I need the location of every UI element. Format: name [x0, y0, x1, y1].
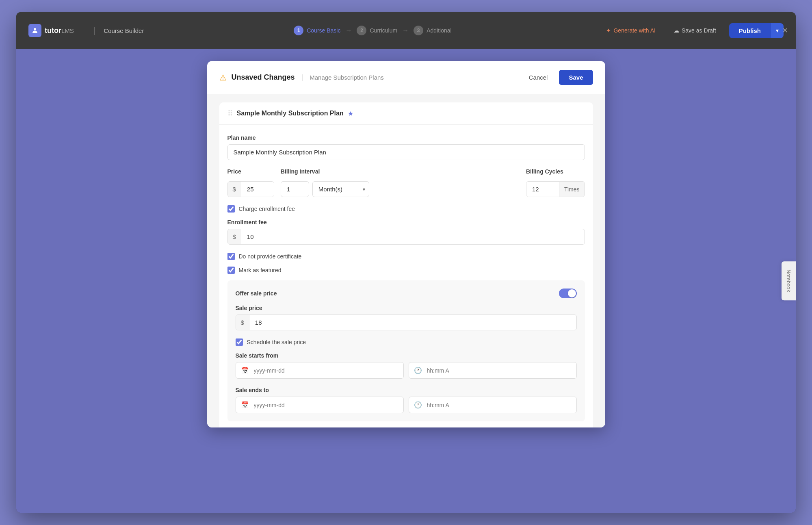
sale-starts-group: Sale starts from 📅: [236, 352, 577, 379]
billing-interval-label: Billing Interval: [281, 168, 520, 175]
price-symbol: $: [228, 182, 241, 197]
cycles-input-row: Times: [526, 181, 585, 197]
no-certificate-checkbox[interactable]: [227, 253, 235, 260]
nav-steps: 1 Course Basic → 2 Curriculum → 3 Additi…: [152, 26, 593, 35]
sale-starts-label: Sale starts from: [236, 352, 577, 359]
nav-separator: |: [93, 26, 95, 35]
no-certificate-label: Do not provide certificate: [239, 253, 302, 260]
step-3-label: Additional: [427, 27, 452, 34]
cycles-suffix: Times: [559, 182, 585, 197]
step-2-label: Curriculum: [370, 27, 397, 34]
calendar-icon-ends: 📅: [236, 397, 254, 413]
step-1-num: 1: [294, 26, 303, 35]
step-1[interactable]: 1 Course Basic: [294, 26, 340, 35]
publish-dropdown-button[interactable]: ▾: [771, 23, 784, 38]
billing-unit-select-wrapper: Month(s) Week(s) Year(s) ▾: [312, 181, 369, 197]
charge-enrollment-row: Charge enrollment fee: [227, 205, 585, 213]
save-button[interactable]: Save: [559, 70, 593, 85]
save-draft-label: Save as Draft: [682, 27, 716, 34]
tutor-logo-icon: [28, 24, 41, 37]
offer-sale-title: Offer sale price: [236, 290, 277, 297]
unsaved-icon: ⚠: [219, 73, 227, 82]
billing-cycles-input[interactable]: [526, 182, 559, 197]
enrollment-fee-input[interactable]: [241, 229, 323, 244]
step-arrow-2: →: [402, 27, 409, 34]
content-area: ⚠ Unsaved Changes | Manage Subscription …: [16, 49, 796, 513]
sale-ends-group: Sale ends to 📅: [236, 387, 577, 413]
toggle-thumb: [568, 289, 576, 297]
sale-starts-time-group: 🕐: [409, 362, 577, 379]
modal-actions: Cancel Save: [522, 70, 593, 85]
mark-featured-label: Mark as featured: [239, 267, 281, 273]
sale-price-section: Offer sale price Sale price $: [227, 280, 585, 421]
modal-subtitle: Manage Subscription Plans: [310, 74, 384, 81]
sale-price-input[interactable]: [249, 315, 331, 330]
step-3[interactable]: 3 Additional: [414, 26, 452, 35]
sale-ends-date-input[interactable]: [254, 398, 403, 412]
browser-window: tutorLMS | Course Builder 1 Course Basic…: [16, 12, 796, 513]
logo-area: tutorLMS: [28, 24, 85, 37]
plan-card: ⠿ Sample Monthly Subscription Plan ★ Pla…: [219, 102, 593, 427]
enrollment-fee-wrapper: $: [227, 229, 585, 245]
drag-handle-icon[interactable]: ⠿: [227, 109, 233, 118]
sale-price-group: Sale price $: [236, 305, 577, 330]
svg-point-0: [34, 28, 36, 30]
modal-dialog: ⚠ Unsaved Changes | Manage Subscription …: [207, 61, 605, 427]
cancel-button[interactable]: Cancel: [522, 71, 554, 84]
plan-name-label: Plan name: [227, 135, 585, 141]
sale-ends-label: Sale ends to: [236, 387, 577, 393]
schedule-sale-checkbox[interactable]: [236, 338, 243, 346]
clock-icon-ends: 🕐: [409, 397, 427, 413]
publish-button[interactable]: Publish: [729, 23, 771, 38]
price-label: Price: [227, 168, 274, 175]
charge-enrollment-checkbox[interactable]: [227, 205, 235, 213]
notebook-label: Notebook: [786, 269, 792, 292]
billing-cycles-label: Billing Cycles: [526, 168, 585, 175]
enrollment-symbol: $: [228, 229, 241, 244]
sale-ends-time-wrapper: 🕐: [409, 397, 577, 413]
step-2[interactable]: 2 Curriculum: [357, 26, 397, 35]
cloud-icon: ☁: [673, 27, 679, 34]
mark-featured-checkbox[interactable]: [227, 267, 235, 274]
step-3-num: 3: [414, 26, 423, 35]
sale-symbol: $: [236, 315, 249, 330]
price-input[interactable]: [241, 182, 274, 197]
sale-price-label: Sale price: [236, 305, 577, 311]
close-button[interactable]: ×: [782, 25, 788, 36]
billing-interval-input[interactable]: [281, 181, 309, 197]
calendar-icon-starts: 📅: [236, 362, 254, 378]
sale-ends-row: 📅 🕐: [236, 397, 577, 413]
save-draft-button[interactable]: ☁ Save as Draft: [669, 25, 721, 36]
ai-btn-label: Generate with AI: [613, 27, 656, 34]
sale-price-wrapper: $: [236, 315, 577, 330]
no-certificate-row: Do not provide certificate: [227, 253, 585, 260]
billing-unit-select[interactable]: Month(s) Week(s) Year(s): [312, 181, 369, 197]
sale-header: Offer sale price: [236, 289, 577, 298]
sale-ends-time-input[interactable]: [427, 398, 576, 412]
top-bar: tutorLMS | Course Builder 1 Course Basic…: [16, 12, 796, 49]
sale-price-toggle[interactable]: [559, 289, 577, 298]
sale-starts-time-input[interactable]: [427, 363, 576, 378]
sale-starts-row: 📅 🕐: [236, 362, 577, 379]
sale-starts-date-input[interactable]: [254, 363, 403, 378]
step-arrow-1: →: [345, 27, 352, 34]
modal-title-area: ⚠ Unsaved Changes | Manage Subscription …: [219, 73, 384, 82]
step-1-label: Course Basic: [307, 27, 340, 34]
notebook-tab[interactable]: Notebook: [782, 261, 796, 300]
step-2-num: 2: [357, 26, 366, 35]
generate-ai-button[interactable]: ✦ Generate with AI: [601, 25, 660, 36]
publish-btn-group: Publish ▾: [729, 23, 784, 38]
plan-title: Sample Monthly Subscription Plan: [237, 110, 344, 117]
schedule-sale-label: Schedule the sale price: [247, 339, 306, 345]
billing-cycles-group: Billing Cycles Times: [526, 168, 585, 197]
sale-ends-date-wrapper: 📅: [236, 397, 404, 413]
ai-icon: ✦: [606, 27, 611, 34]
modal-title: Unsaved Changes: [232, 73, 295, 82]
plan-name-input[interactable]: [227, 144, 585, 160]
enrollment-fee-label: Enrollment fee: [227, 219, 585, 226]
plan-name-group: Plan name: [227, 135, 585, 160]
pricing-row: Price $ Billing Interval: [227, 168, 585, 197]
billing-interval-group: Billing Interval Month(s) Week(s) Year(s…: [281, 168, 520, 197]
sale-ends-time-group: 🕐: [409, 397, 577, 413]
clock-icon-starts: 🕐: [409, 362, 427, 378]
